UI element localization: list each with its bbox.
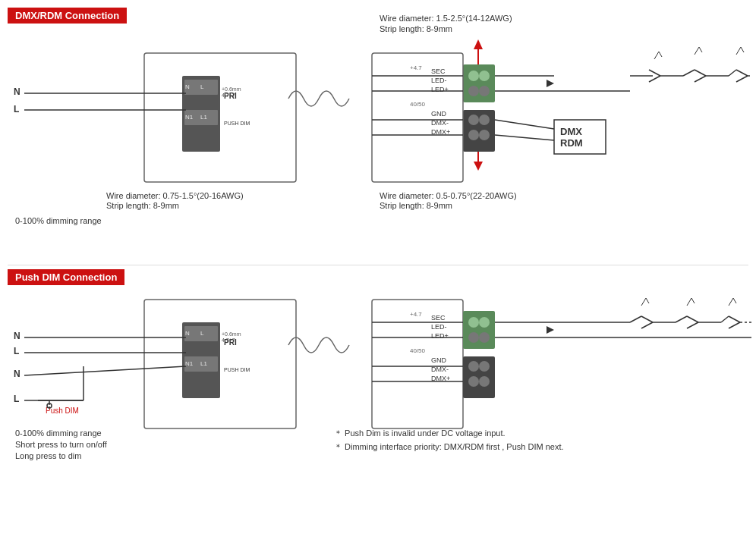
- dmx-terminal-circle2: [479, 115, 490, 125]
- svg-line-24: [676, 316, 687, 322]
- dmx-c1-push: [468, 361, 479, 372]
- transformer2-push: [319, 337, 349, 353]
- pri-wire-spec-dmx: +0.6mm: [222, 86, 241, 92]
- dimming-range-dmx: 0-100% dimming range: [15, 216, 102, 225]
- n-wire-label-dmx: N: [14, 86, 20, 97]
- l-push-1: L: [14, 346, 19, 356]
- svg-line-33: [641, 298, 646, 306]
- svg-line-14: [659, 52, 662, 57]
- sec-label-push: SEC: [431, 314, 446, 322]
- push-dim-label-push: PUSH DIM: [224, 367, 250, 372]
- svg-line-13: [654, 52, 659, 59]
- strip-label-top-dmx: Strip length: 8-9mm: [380, 24, 452, 33]
- push-diagram: PRI N L N1 L1 PUSH DIM +0.6mm 4.7+7 N L …: [8, 269, 751, 519]
- rdm-text: RDM: [560, 137, 583, 149]
- svg-line-29: [729, 316, 740, 322]
- svg-line-28: [721, 316, 729, 322]
- svg-line-9: [736, 70, 748, 76]
- svg-line-18: [741, 47, 744, 52]
- dmx-terminal-circle1: [468, 115, 479, 125]
- arrow-down-dmx: [474, 162, 483, 171]
- l1-terminal-push: L1: [200, 360, 207, 367]
- svg-line-16: [699, 47, 702, 52]
- led-terminal-circle2: [479, 71, 490, 81]
- pri-wire-spec2-dmx: 4.7+7: [222, 93, 235, 98]
- dmx-terminal-push: [463, 356, 495, 398]
- transformer-dmx: [288, 91, 319, 106]
- dmx-text: DMX: [560, 126, 582, 137]
- gnd-label-dmx: GND: [431, 110, 447, 118]
- led-terminal-circle4: [479, 86, 490, 96]
- sec-body-dmx: [372, 53, 463, 182]
- n-terminal-label: N: [185, 83, 190, 90]
- dmx-diagram: Wire diameter: 1.5-2.5°(14-12AWG) Strip …: [8, 8, 751, 250]
- svg-line-2: [649, 76, 660, 82]
- svg-line-22: [641, 322, 653, 328]
- sec-small-push2: 40/50: [410, 347, 426, 354]
- light-symbols-push: [554, 316, 751, 337]
- sec-small-label2: 40/50: [410, 101, 426, 108]
- led-terminal-c4-push: [479, 332, 490, 343]
- transformer2-dmx: [319, 91, 349, 106]
- svg-line-20: [630, 316, 641, 322]
- dmx-c3-push: [468, 376, 479, 387]
- svg-line-1: [649, 70, 660, 76]
- l-wire-label-dmx: L: [14, 104, 19, 115]
- sec-label-dmx: SEC: [431, 67, 446, 75]
- dmx-wire2: [495, 135, 554, 140]
- svg-line-8: [729, 70, 736, 76]
- push-dim-label-dmx: PUSH DIM: [224, 121, 250, 126]
- led-terminal-c2-push: [479, 317, 490, 328]
- pri-wire-spec-push: +0.6mm: [222, 331, 241, 337]
- led-minus-label-push: LED-: [431, 323, 447, 331]
- wire-diam-sec: Wire diameter: 0.5-0.75°(22-20AWG): [380, 191, 517, 200]
- svg-line-37: [729, 298, 733, 306]
- sec-body-push: [372, 300, 463, 428]
- strip-len-sec: Strip length: 8-9mm: [380, 201, 452, 210]
- gnd-label-push: GND: [431, 356, 447, 364]
- sec-small-push: +4.7: [410, 311, 422, 318]
- pri-wire-spec2-push: 4.7+7: [222, 337, 235, 343]
- dmx-terminal-circle4: [479, 130, 490, 140]
- long-press-push: Long press to dim: [15, 451, 81, 460]
- svg-line-35: [687, 298, 691, 306]
- wire-diam-pri: Wire diameter: 0.75-1.5°(20-16AWG): [106, 191, 244, 200]
- strip-len-pri: Strip length: 8-9mm: [106, 201, 179, 210]
- led-terminal-c1-push: [468, 317, 479, 328]
- led-terminal-circle1: [468, 71, 479, 81]
- led-zap-push: [641, 298, 736, 306]
- n-push-1: N: [14, 331, 20, 341]
- svg-line-15: [695, 47, 699, 55]
- svg-line-10: [736, 76, 748, 82]
- light-symbols-dmx: [554, 70, 751, 91]
- svg-line-5: [695, 70, 706, 76]
- svg-line-17: [736, 47, 741, 55]
- led-terminal-dmx: [463, 64, 495, 102]
- sec-small-label: +4.7: [410, 64, 422, 71]
- wire-arrow-dmx: [547, 80, 554, 87]
- n1-terminal-push: N1: [185, 360, 194, 367]
- svg-line-21: [641, 316, 653, 322]
- push-dim-section: Push DIM Connection PRI N L N1 L1 PUSH D…: [8, 269, 748, 527]
- transformer-push: [288, 337, 319, 353]
- n-push-2: N: [14, 369, 20, 379]
- svg-line-6: [695, 76, 706, 82]
- short-press-push: Short press to turn on/off: [15, 440, 108, 449]
- svg-line-25: [687, 316, 698, 322]
- dmx-c4-push: [479, 376, 490, 387]
- dmx-wire1: [495, 120, 554, 129]
- svg-line-4: [683, 70, 695, 76]
- led-terminal-push: [463, 311, 495, 349]
- n-line2-push: [24, 366, 186, 375]
- dmx-rdm-section: DMX/RDM Connection Wire diameter: 1.5-2.…: [8, 8, 748, 265]
- svg-line-26: [687, 322, 698, 328]
- note-star2: ＊ Dimming interface priority: DMX/RDM fi…: [334, 442, 564, 451]
- n1-terminal-label: N1: [185, 114, 194, 121]
- svg-line-38: [733, 298, 736, 303]
- svg-line-34: [646, 298, 649, 303]
- led-plus-label-push: LED+: [431, 332, 449, 340]
- led-terminal-circle3: [468, 86, 479, 96]
- led-zap-symbols-dmx: [654, 47, 744, 59]
- dmx-terminal-dmx: [463, 110, 495, 152]
- led-terminal-c3-push: [468, 332, 479, 343]
